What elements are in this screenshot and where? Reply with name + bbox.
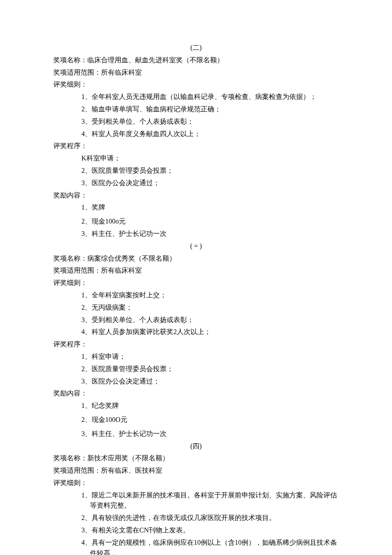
section-2-scope-line: 奖项适用范围：所有临床科室 [53, 67, 339, 78]
section-4-rules-list: 1、限近二年以来新开展的技术项目。各科室于开展前申报计划、实施方案、风险评估等资… [53, 490, 339, 555]
section-3-rules-list: 1、全年科室病案按时上交； 2、无丙级病案； 3、受到相关单位、个人表扬或表彰；… [53, 290, 339, 337]
procedure-item: 1、科室申请； [81, 352, 339, 362]
reward-item: 1、奖牌 [81, 202, 339, 213]
rule-item: 3、有相关论文需在CN刊物上发表。 [81, 525, 339, 536]
scope-value: 所有临床、医技科室 [101, 467, 162, 474]
section-4-number: (四) [53, 441, 339, 452]
section-2-procedure-label: 评奖程序： [53, 141, 339, 151]
name-label: 奖项名称： [53, 56, 87, 64]
section-3-scope-line: 奖项适用范围：所有临床科室 [53, 265, 339, 276]
reward-item: 1、纪念奖牌 [81, 401, 339, 411]
name-label: 奖项名称： [53, 255, 87, 262]
name-value: 新技术应用奖（不限名额） [87, 454, 169, 462]
section-3-number: ( = ) [53, 241, 339, 252]
rule-item: 4、科室人员参加病案评比获奖2人次以上； [81, 327, 339, 337]
procedure-item: 2、医院质量管理委员会投票； [81, 364, 339, 375]
rule-item: 2、输血申请单填写、输血病程记录规范正确； [81, 104, 339, 115]
reward-item: 3、科主任、护士长记功一次 [81, 229, 339, 239]
rule-item: 1、全年科室人员无违规用血（以输血科记录、专项检查、病案检查为依据）； [81, 92, 339, 102]
rule-item: 4、科室人员年度义务献血四人次以上； [81, 129, 339, 139]
section-3-reward-label: 奖励内容： [53, 388, 339, 399]
section-2-reward-label: 奖励内容： [53, 190, 339, 201]
section-4-rules-label: 评奖细则： [53, 478, 339, 488]
rule-item: 1、限近二年以来新开展的技术项目。各科室于开展前申报计划、实施方案、风险评估等资… [81, 490, 339, 511]
section-2-rules-label: 评奖细则： [53, 79, 339, 90]
name-label: 奖项名称： [53, 454, 87, 462]
rule-item: 2、无丙级病案； [81, 302, 339, 313]
rule-item: 4、具有一定的规模性，临床病例应在10例以上（含10例），如确系稀少病例且技术条… [81, 538, 339, 555]
procedure-item: 3、医院办公会决定通过； [81, 178, 339, 189]
section-2-reward-list: 1、奖牌 2、现金100o元 3、科主任、护士长记功一次 [53, 202, 339, 239]
section-2-name-line: 奖项名称：临床合理用血、献血先进科室奖（不限名额） [53, 55, 339, 66]
scope-label: 奖项适用范围： [53, 69, 101, 76]
name-value: 病案综合优秀奖（不限名额） [87, 255, 176, 262]
section-3-rules-label: 评奖细则： [53, 278, 339, 288]
reward-item: 2、现金100O元 [81, 415, 339, 425]
scope-label: 奖项适用范围： [53, 467, 101, 474]
reward-item: 2、现金100o元 [81, 216, 339, 227]
section-3-reward-list: 1、纪念奖牌 2、现金100O元 3、科主任、护士长记功一次 [53, 401, 339, 439]
reward-item: 3、科主任、护士长记功一次 [81, 429, 339, 439]
section-2-rules-list: 1、全年科室人员无违规用血（以输血科记录、专项检查、病案检查为依据）； 2、输血… [53, 92, 339, 139]
procedure-item: 2、医院质量管理委员会投票； [81, 166, 339, 176]
scope-label: 奖项适用范围： [53, 267, 101, 274]
section-4-name-line: 奖项名称：新技术应用奖（不限名额） [53, 453, 339, 464]
section-2-procedure-list: K科室申请； 2、医院质量管理委员会投票； 3、医院办公会决定通过； [53, 153, 339, 188]
section-3-name-line: 奖项名称：病案综合优秀奖（不限名额） [53, 253, 339, 264]
scope-value: 所有临床科室 [101, 267, 142, 274]
rule-item: 3、受到相关单位、个人表扬或表彰； [81, 116, 339, 127]
section-4-scope-line: 奖项适用范围：所有临床、医技科室 [53, 465, 339, 476]
rule-item: 2、具有较强的先进性，在市级无或仅几家医院开展的技术项目。 [81, 513, 339, 523]
rule-item: 3、受到相关单位、个人表扬或表彰； [81, 315, 339, 325]
procedure-item: 3、医院办公会决定通过； [81, 376, 339, 387]
rule-item: 1、全年科室病案按时上交； [81, 290, 339, 301]
section-3-procedure-list: 1、科室申请； 2、医院质量管理委员会投票； 3、医院办公会决定通过； [53, 352, 339, 386]
procedure-item: K科室申请； [81, 153, 339, 164]
name-value: 临床合理用血、献血先进科室奖（不限名额） [87, 56, 224, 64]
section-2-number: (二) [53, 43, 339, 53]
section-3-procedure-label: 评奖程序： [53, 339, 339, 350]
scope-value: 所有临床科室 [101, 69, 142, 76]
